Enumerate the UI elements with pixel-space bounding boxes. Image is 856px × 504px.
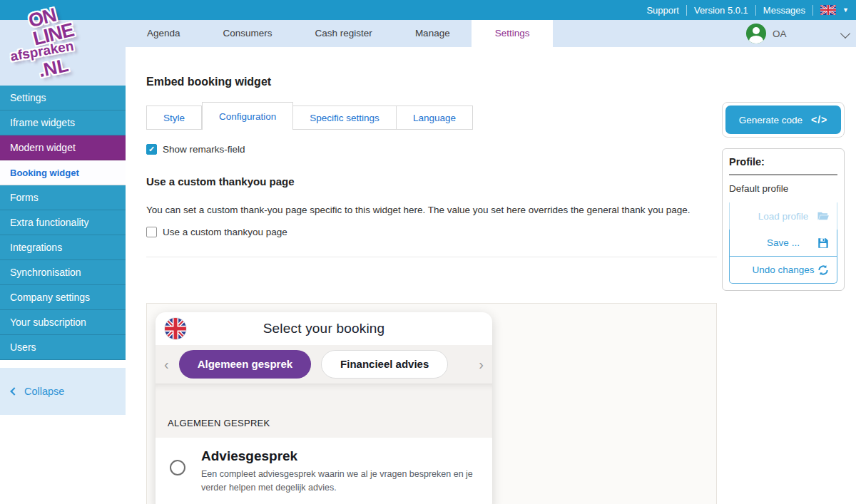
category-pill-algemeen-gesprek[interactable]: Algemeen gesprek [179, 350, 311, 379]
booking-widget-card: Select your booking ‹ Algemeen gesprek F… [156, 312, 492, 504]
sidebar-item-booking-widget[interactable]: Booking widget [0, 160, 126, 185]
load-profile-button[interactable]: Load profile [729, 202, 837, 230]
show-remarks-checkbox[interactable]: ✓ [146, 144, 157, 155]
show-remarks-row: ✓ Show remarks-field [146, 144, 245, 155]
sidebar-item-settings[interactable]: Settings [0, 86, 126, 110]
tab-specific-settings[interactable]: Specific settings [293, 106, 397, 130]
nav-item-settings[interactable]: Settings [472, 20, 554, 47]
check-icon: ✓ [148, 145, 155, 154]
main-nav: Agenda Consumers Cash register Manage Se… [0, 20, 856, 47]
sidebar-item-users[interactable]: Users [0, 335, 126, 360]
language-flag-icon[interactable] [820, 5, 836, 15]
profile-heading: Profile: [729, 156, 837, 175]
service-list-item[interactable]: Adviesgesprek Een compleet adviesgesprek… [156, 438, 492, 504]
section-divider [146, 257, 717, 257]
user-avatar-icon [746, 24, 766, 43]
carousel-next-icon[interactable]: › [479, 357, 484, 371]
tab-configuration[interactable]: Configuration [202, 102, 293, 130]
code-icon: </> [811, 114, 827, 125]
nav-item-consumers[interactable]: Consumers [202, 20, 294, 47]
widget-body: ALGEMEEN GESPREK Adviesgesprek Een compl… [156, 384, 492, 504]
sidebar-item-synchronisation[interactable]: Synchronisation [0, 260, 126, 285]
service-name: Adviesgesprek [201, 448, 478, 464]
refresh-icon [817, 264, 830, 277]
nav-item-agenda[interactable]: Agenda [126, 20, 202, 47]
collapse-label: Collapse [24, 386, 64, 397]
category-section-label: ALGEMEEN GESPREK [156, 384, 492, 438]
category-carousel: ‹ Algemeen gesprek Financieel advies › [156, 345, 492, 384]
thankyou-checkbox-label: Use a custom thankyou page [163, 227, 287, 237]
widget-title: Select your booking [156, 321, 492, 336]
thankyou-description: You can set a custom thank-you page spec… [146, 205, 731, 215]
messages-link[interactable]: Messages [763, 5, 805, 16]
widget-language-flag-icon[interactable] [165, 318, 186, 339]
thankyou-checkbox[interactable] [146, 227, 157, 237]
sidebar-item-your-subscription[interactable]: Your subscription [0, 310, 126, 335]
thankyou-heading: Use a custom thankyou page [146, 175, 295, 187]
chevron-left-icon [10, 387, 18, 395]
sidebar-item-extra-functionality[interactable]: Extra functionality [0, 210, 126, 235]
user-initials: OA [773, 29, 787, 39]
thankyou-row: Use a custom thankyou page [146, 227, 287, 237]
support-link[interactable]: Support [646, 5, 679, 16]
logo[interactable]: ON LINE afspraken .NL [4, 3, 122, 83]
sidebar-item-forms[interactable]: Forms [0, 185, 126, 210]
user-menu[interactable]: OA [746, 24, 787, 43]
divider [686, 5, 687, 16]
tab-language[interactable]: Language [397, 106, 473, 130]
load-profile-label: Load profile [758, 211, 809, 222]
sidebar-collapse-button[interactable]: Collapse [0, 368, 126, 415]
divider [755, 5, 756, 16]
save-icon [817, 237, 830, 250]
generate-code-card: Generate code </> [722, 102, 845, 138]
profile-name: Default profile [729, 183, 837, 194]
sidebar-item-integrations[interactable]: Integrations [0, 235, 126, 260]
save-profile-button[interactable]: Save ... [729, 230, 837, 257]
category-pill-financieel-advies[interactable]: Financieel advies [321, 350, 448, 379]
widget-preview-area: Select your booking ‹ Algemeen gesprek F… [146, 303, 717, 504]
show-remarks-label: Show remarks-field [163, 144, 245, 155]
undo-changes-label: Undo changes [752, 264, 814, 275]
generate-code-label: Generate code [739, 115, 802, 125]
widget-header: Select your booking [156, 312, 492, 345]
topbar: Support Version 5.0.1 Messages ▼ [0, 0, 856, 20]
sidebar-item-iframe-widgets[interactable]: Iframe widgets [0, 110, 126, 135]
nav-item-cash-register[interactable]: Cash register [294, 20, 394, 47]
sidebar-item-modern-widget[interactable]: Modern widget [0, 135, 126, 160]
version-label: Version 5.0.1 [694, 5, 748, 16]
save-profile-label: Save ... [767, 237, 800, 248]
service-radio[interactable] [170, 460, 185, 475]
tab-style[interactable]: Style [146, 106, 202, 130]
carousel-prev-icon[interactable]: ‹ [164, 357, 169, 371]
sidebar: Settings Iframe widgets Modern widget Bo… [0, 86, 126, 360]
generate-code-button[interactable]: Generate code </> [725, 106, 841, 134]
sidebar-item-company-settings[interactable]: Company settings [0, 285, 126, 310]
folder-open-icon [817, 210, 830, 222]
language-caret-icon[interactable]: ▼ [842, 6, 849, 14]
undo-changes-button[interactable]: Undo changes [729, 257, 837, 284]
profile-panel: Profile: Default profile Load profile Sa… [722, 148, 845, 291]
service-description: Een compleet adviesgesprek waarin we al … [201, 468, 478, 495]
nav-item-manage[interactable]: Manage [394, 20, 472, 47]
page-title: Embed booking widget [146, 76, 271, 88]
tab-bar: Style Configuration Specific settings La… [146, 102, 473, 130]
divider [812, 5, 813, 16]
